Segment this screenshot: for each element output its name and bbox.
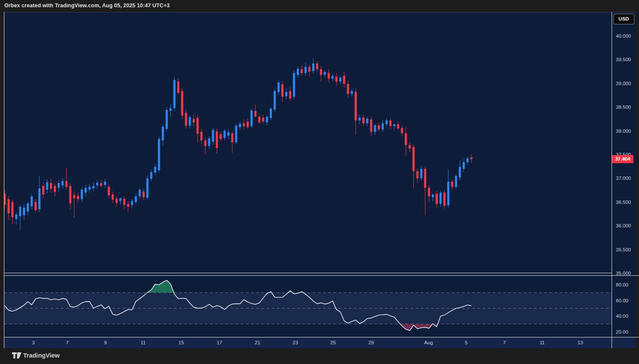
price-tick-label: 38.500 <box>616 104 639 110</box>
candle-body <box>154 167 156 173</box>
candle-body <box>166 110 168 129</box>
candle-body <box>81 190 83 199</box>
price-axis-border[interactable] <box>612 12 612 348</box>
candle-body <box>85 188 87 193</box>
candle-body <box>467 158 469 162</box>
candle-body <box>351 91 353 94</box>
candle-body <box>66 181 68 187</box>
tradingview-brand-text[interactable]: TradingView <box>23 352 60 359</box>
time-tick-label: 7 <box>59 340 76 346</box>
candle-body <box>197 118 199 134</box>
candle-body <box>359 118 361 121</box>
candle-body <box>100 183 102 186</box>
candle-body <box>413 147 415 171</box>
candle-body <box>62 181 64 185</box>
candle-body <box>139 190 141 197</box>
candle-body <box>42 186 45 194</box>
candle-body <box>386 120 388 124</box>
candle-body <box>27 203 29 212</box>
rsi-pane-bottom-border[interactable] <box>4 337 639 337</box>
candle-body <box>235 125 237 142</box>
candle-body <box>204 140 207 146</box>
candle-body <box>436 194 438 204</box>
candle-body <box>270 109 272 118</box>
candle-body <box>355 92 357 121</box>
candle-body <box>4 194 6 205</box>
rsi-indicator-pane[interactable] <box>4 275 612 337</box>
price-pane-bottom-border[interactable] <box>4 273 612 273</box>
rsi-tick-label: 60.00 <box>616 298 639 304</box>
rsi-overbought-fill <box>147 280 174 292</box>
candle-body <box>424 169 426 188</box>
pane-separator[interactable] <box>4 275 639 276</box>
candle-body <box>285 92 288 96</box>
candle-body <box>451 182 453 187</box>
candle-body <box>54 186 56 192</box>
candle-body <box>220 134 222 139</box>
candle-body <box>420 169 423 178</box>
time-tick-label: 11 <box>135 340 152 346</box>
candle-body <box>239 124 241 127</box>
candle-body <box>447 182 450 205</box>
candle-body <box>312 63 315 71</box>
candle-body <box>305 67 307 73</box>
candle-body <box>382 123 384 129</box>
candle-body <box>428 188 430 197</box>
candle-body <box>390 120 392 126</box>
price-tick-label: 35.500 <box>616 247 639 253</box>
price-tick-label: 40.000 <box>616 33 639 39</box>
candle-body <box>150 172 153 179</box>
time-tick-label: 29 <box>363 340 380 346</box>
candle-body <box>463 162 465 169</box>
candle-body <box>459 167 461 177</box>
time-tick-label: 13 <box>572 340 589 346</box>
time-tick-label: Aug <box>420 340 437 346</box>
candle-body <box>228 132 230 136</box>
time-tick-label: 11 <box>534 340 551 346</box>
candle-body <box>135 197 137 202</box>
candle-body <box>174 80 176 108</box>
candle-body <box>247 121 249 127</box>
candle-body <box>266 116 268 122</box>
candle-body <box>417 171 419 179</box>
candle-body <box>189 117 191 126</box>
price-tick-label: 37.000 <box>616 175 639 181</box>
candle-body <box>274 91 276 110</box>
candle-body <box>332 76 334 79</box>
candle-body <box>158 139 160 170</box>
candle-body <box>108 187 110 195</box>
candle-body <box>89 187 91 190</box>
candle-body <box>444 193 446 206</box>
candle-body <box>162 127 164 140</box>
candle-body <box>208 138 210 146</box>
time-tick-label: 21 <box>249 340 266 346</box>
candle-body <box>347 84 349 94</box>
price-tick-label: 36.500 <box>616 199 639 205</box>
price-pane-candlesticks[interactable] <box>4 12 612 273</box>
candle-body <box>262 118 264 122</box>
candle-body <box>336 77 338 81</box>
candle-body <box>123 199 126 205</box>
tradingview-logo-icon[interactable] <box>12 352 21 359</box>
candle-body <box>104 182 106 185</box>
candle-body <box>127 204 129 207</box>
candle-body <box>378 125 380 129</box>
candle-body <box>177 81 180 93</box>
time-tick-label: 25 <box>324 340 342 346</box>
candle-body <box>143 191 145 197</box>
candle-body <box>96 182 99 185</box>
candle-body <box>297 69 299 75</box>
candle-body <box>289 91 291 99</box>
candle-body <box>170 108 172 111</box>
candle-body <box>401 128 403 133</box>
candle-body <box>147 178 149 197</box>
price-tick-label: 38.000 <box>616 128 639 134</box>
candle-body <box>409 145 411 149</box>
candle-body <box>19 207 21 216</box>
candle-body <box>343 76 345 84</box>
candle-body <box>131 201 133 205</box>
candle-body <box>432 194 434 197</box>
candle-body <box>73 195 75 198</box>
time-tick-label: 17 <box>211 340 228 346</box>
time-tick-label: 9 <box>97 340 114 346</box>
